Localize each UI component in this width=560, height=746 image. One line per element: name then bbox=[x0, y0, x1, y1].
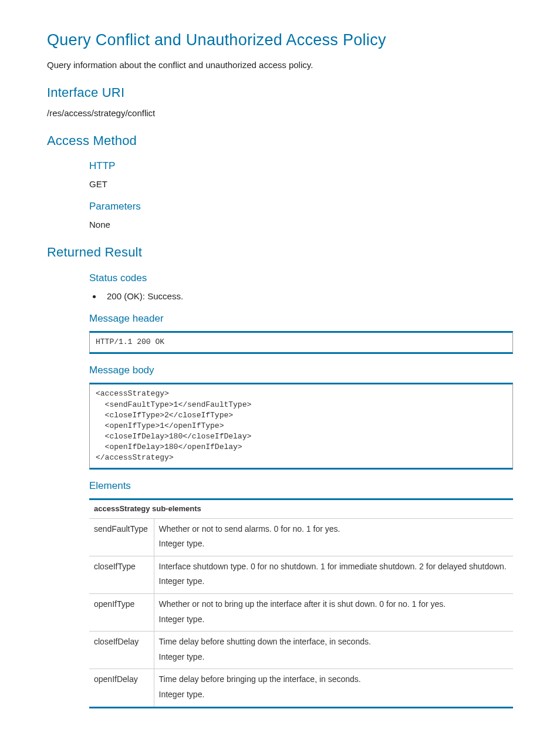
element-name: closeIfDelay bbox=[89, 632, 154, 669]
status-code-item: 200 (OK): Success. bbox=[102, 290, 513, 302]
message-body-code: <accessStrategy> <sendFaultType>1</sendF… bbox=[89, 383, 513, 469]
status-codes-list: 200 (OK): Success. bbox=[89, 290, 513, 302]
intro-text: Query information about the conflict and… bbox=[47, 59, 513, 71]
table-row: openIfType Whether or not to bring up th… bbox=[89, 594, 513, 632]
parameters-value: None bbox=[89, 218, 513, 231]
element-desc: Whether or not to bring up the interface… bbox=[154, 594, 513, 632]
table-row: closeIfType Interface shutdown type. 0 f… bbox=[89, 556, 513, 593]
element-name: openIfDelay bbox=[89, 669, 154, 707]
section-returned-result: Returned Result bbox=[47, 244, 513, 262]
element-name: sendFaultType bbox=[89, 518, 154, 556]
element-desc: Whether or not to send alarms. 0 for no.… bbox=[154, 518, 513, 556]
element-desc: Time delay before bringing up the interf… bbox=[154, 669, 513, 707]
section-interface-uri: Interface URI bbox=[47, 84, 513, 102]
page-title: Query Conflict and Unauthorized Access P… bbox=[47, 29, 513, 52]
http-label: HTTP bbox=[89, 159, 513, 173]
table-row: closeIfDelay Time delay before shutting … bbox=[89, 632, 513, 669]
elements-table: accessStrategy sub-elements sendFaultTyp… bbox=[89, 498, 513, 708]
element-name: openIfType bbox=[89, 594, 154, 632]
table-row: openIfDelay Time delay before bringing u… bbox=[89, 669, 513, 707]
section-access-method: Access Method bbox=[47, 132, 513, 150]
element-desc: Interface shutdown type. 0 for no shutdo… bbox=[154, 556, 513, 593]
message-header-label: Message header bbox=[89, 312, 513, 326]
interface-uri-value: /res/access/strategy/conflict bbox=[47, 107, 513, 119]
element-desc: Time delay before shutting down the inte… bbox=[154, 632, 513, 669]
message-header-code: HTTP/1.1 200 OK bbox=[89, 331, 513, 353]
table-header: accessStrategy sub-elements bbox=[89, 499, 513, 518]
http-value: GET bbox=[89, 178, 513, 190]
elements-label: Elements bbox=[89, 479, 513, 493]
table-row: sendFaultType Whether or not to send ala… bbox=[89, 518, 513, 556]
element-name: closeIfType bbox=[89, 556, 154, 593]
status-codes-label: Status codes bbox=[89, 271, 513, 285]
message-body-label: Message body bbox=[89, 363, 513, 377]
parameters-label: Parameters bbox=[89, 200, 513, 214]
